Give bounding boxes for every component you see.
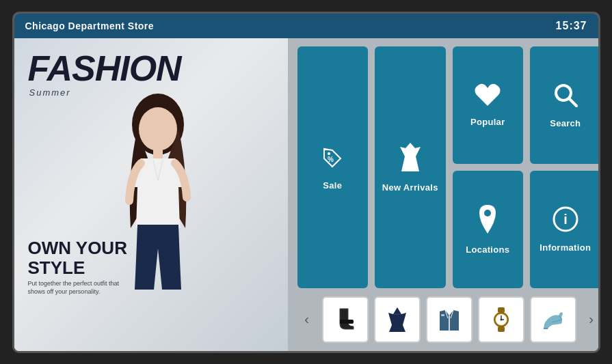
information-button[interactable]: i Information — [530, 171, 598, 288]
fashion-subtitle: Summer — [29, 87, 71, 98]
svg-point-1 — [139, 107, 177, 151]
svg-point-18 — [500, 318, 502, 320]
menu-grid: % Sale New Arrivals — [297, 46, 598, 288]
main-content: FASHION Summer — [14, 38, 598, 351]
pin-icon — [474, 204, 501, 239]
store-title: Chicago Department Store — [25, 20, 155, 31]
carousel-prev[interactable]: ‹ — [297, 310, 317, 329]
carousel-item-dress[interactable] — [374, 296, 421, 343]
popular-button[interactable]: Popular — [453, 46, 524, 164]
product-carousel: ‹ — [297, 295, 598, 344]
slogan: OWN YOUR STYLE Put together the perfect … — [28, 238, 127, 296]
kiosk-screen: Chicago Department Store 15:37 FASHION S… — [12, 12, 600, 353]
svg-point-3 — [328, 152, 330, 155]
search-label: Search — [550, 118, 581, 128]
carousel-item-watch[interactable] — [478, 296, 524, 343]
locations-label: Locations — [466, 244, 509, 255]
new-arrivals-label: New Arrivals — [382, 182, 438, 193]
svg-rect-12 — [498, 307, 505, 313]
sale-icon: % — [319, 143, 346, 175]
svg-point-7 — [484, 210, 491, 216]
new-arrivals-button[interactable]: New Arrivals — [375, 46, 446, 288]
slogan-sub: Put together the perfect outfit that sho… — [28, 280, 124, 296]
search-icon — [552, 81, 579, 113]
fashion-title: FASHION — [28, 51, 181, 86]
svg-rect-10 — [340, 320, 354, 324]
carousel-items — [322, 296, 576, 343]
locations-button[interactable]: Locations — [453, 171, 524, 288]
info-icon: i — [552, 206, 579, 237]
sale-button[interactable]: % Sale — [297, 46, 369, 288]
svg-rect-13 — [498, 326, 505, 332]
svg-rect-11 — [441, 314, 444, 316]
popular-label: Popular — [470, 117, 505, 127]
right-panel: % Sale New Arrivals — [288, 38, 598, 351]
svg-line-6 — [569, 98, 576, 106]
search-button[interactable]: Search — [530, 46, 598, 164]
fashion-banner: FASHION Summer — [14, 38, 288, 351]
heart-icon — [474, 83, 501, 111]
svg-text:i: i — [563, 212, 568, 227]
carousel-item-jacket[interactable] — [426, 296, 473, 343]
svg-text:%: % — [328, 156, 334, 163]
header: Chicago Department Store 15:37 — [14, 14, 598, 38]
slogan-line2: STYLE — [28, 258, 127, 278]
information-label: Information — [540, 242, 591, 253]
carousel-item-heel[interactable] — [530, 296, 576, 343]
carousel-item-boot[interactable] — [322, 296, 369, 343]
slogan-line1: OWN YOUR — [28, 238, 127, 258]
dress-icon — [397, 141, 424, 177]
clock: 15:37 — [556, 20, 587, 32]
carousel-next[interactable]: › — [582, 310, 598, 329]
sale-label: Sale — [323, 180, 342, 191]
